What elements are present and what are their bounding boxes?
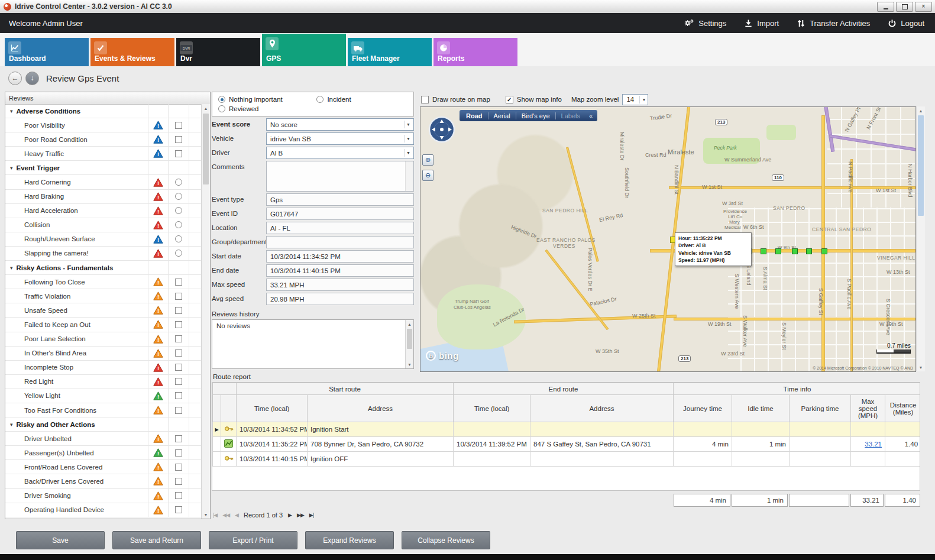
first-record-icon[interactable]: |◀ — [213, 512, 217, 518]
scroll-up-arrow-icon[interactable]: ▲ — [406, 320, 413, 328]
avg-speed-field[interactable]: 20.98 MPH — [266, 293, 414, 305]
export-print-button[interactable]: Export / Print — [209, 531, 297, 549]
status-option[interactable]: Incident — [316, 96, 407, 103]
review-checkbox[interactable] — [175, 407, 182, 414]
status-radio[interactable] — [218, 105, 225, 112]
route-point-marker[interactable] — [775, 248, 781, 254]
review-item[interactable]: Driver Unbelted! — [5, 432, 201, 446]
transfer-action[interactable]: Transfer Activities — [797, 19, 870, 28]
scroll-down-button[interactable]: ↓ — [25, 72, 39, 85]
expand-reviews-button[interactable]: Expand Reviews — [305, 531, 394, 549]
map-view-labels[interactable]: Labels — [556, 112, 585, 119]
map-area-scrollbar[interactable]: ▲ ▼ — [916, 106, 925, 371]
tab-fleet-manager[interactable]: Fleet Manager — [348, 38, 432, 66]
row-expander[interactable]: ▶ — [213, 422, 221, 437]
review-checkbox[interactable] — [175, 122, 182, 129]
review-checkbox[interactable] — [175, 449, 182, 457]
column-header[interactable]: Distance (Miles) — [885, 395, 920, 422]
review-item[interactable]: Front/Road Lens Covered! — [5, 460, 201, 474]
row-expander[interactable] — [213, 452, 221, 467]
map-compass[interactable] — [428, 116, 455, 144]
review-checkbox[interactable] — [175, 435, 182, 442]
event-type-field[interactable]: Gps — [266, 193, 414, 206]
gears-action[interactable]: Settings — [684, 18, 726, 28]
scroll-down-arrow-icon[interactable]: ▼ — [202, 510, 210, 519]
review-item[interactable]: Red Light! — [5, 375, 201, 389]
prev-record-icon[interactable]: ◀ — [235, 512, 238, 518]
event-score-select[interactable]: No score▼ — [266, 118, 414, 131]
collapse-bar-icon[interactable]: « — [585, 112, 596, 119]
table-row[interactable]: ▶10/3/2014 11:34:52 PMIgnition Start — [213, 422, 921, 437]
review-checkbox[interactable] — [175, 464, 182, 471]
back-button[interactable]: ← — [8, 72, 22, 85]
route-point-marker[interactable] — [761, 248, 766, 254]
review-item[interactable]: Failed to Keep an Out! — [5, 318, 201, 332]
review-item[interactable]: Slapping the camera!! — [5, 247, 201, 261]
scroll-up-arrow-icon[interactable]: ▲ — [202, 104, 210, 112]
review-item[interactable]: Incomplete Stop! — [5, 361, 201, 375]
show-map-info-checkbox[interactable] — [506, 96, 513, 103]
route-point-marker[interactable] — [806, 248, 812, 254]
review-group[interactable]: ▾Risky and Other Actions — [5, 417, 201, 432]
textarea-scrollbar[interactable] — [405, 161, 413, 191]
scroll-up-arrow-icon[interactable]: ▲ — [917, 106, 925, 115]
map-zoom-select[interactable]: 14 ▼ — [622, 94, 648, 105]
location-field[interactable]: Al - FL — [266, 222, 414, 234]
review-item[interactable]: Collision! — [5, 218, 201, 232]
tab-dvr[interactable]: DVRDvr — [176, 38, 260, 66]
review-checkbox[interactable] — [175, 279, 182, 286]
review-item[interactable]: Unsafe Speed! — [5, 303, 201, 318]
review-item[interactable]: Hard Acceleration! — [5, 204, 201, 218]
zoom-in-button[interactable]: ⊕ — [422, 154, 433, 166]
map-view-aerial[interactable]: Aerial — [488, 112, 516, 119]
scrollbar-thumb[interactable] — [918, 115, 924, 216]
table-row[interactable]: 10/3/2014 11:40:15 PMIgnition OFF — [213, 452, 921, 467]
maximize-button[interactable] — [896, 2, 913, 12]
column-header[interactable]: Idle time — [732, 395, 790, 422]
map-view-road[interactable]: Road — [461, 112, 488, 119]
review-radio[interactable] — [175, 179, 182, 186]
power-action[interactable]: Logout — [888, 19, 924, 28]
review-checkbox[interactable] — [175, 392, 182, 399]
review-checkbox[interactable] — [175, 364, 182, 371]
close-button[interactable]: × — [915, 2, 932, 12]
review-item[interactable]: In Other's Blind Area! — [5, 347, 201, 361]
max-speed-link[interactable]: 33.21 — [865, 441, 882, 448]
review-item[interactable]: Poor Lane Selection! — [5, 332, 201, 347]
scrollbar-thumb[interactable] — [203, 114, 209, 184]
review-radio[interactable] — [175, 250, 182, 257]
review-item[interactable]: Following Too Close! — [5, 275, 201, 289]
collapse-reviews-button[interactable]: Collapse Reviews — [402, 531, 490, 549]
status-radio[interactable] — [316, 96, 323, 103]
review-checkbox[interactable] — [175, 136, 182, 143]
review-radio[interactable] — [175, 235, 182, 242]
map[interactable]: Trudie Dr213N Gaffey PlN Front StPeck Pa… — [420, 106, 916, 372]
reviews-history-scrollbar[interactable]: ▲ ▼ — [405, 320, 413, 368]
review-group[interactable]: ▾Adverse Conditions — [5, 104, 201, 118]
next-record-icon[interactable]: ▶ — [288, 512, 292, 518]
column-header[interactable]: Time (local) — [237, 395, 308, 422]
review-checkbox[interactable] — [175, 478, 182, 485]
last-record-icon[interactable]: ▶| — [309, 512, 313, 518]
zoom-out-button[interactable]: ⊖ — [422, 170, 433, 181]
review-item[interactable]: Poor Road Condition! — [5, 132, 201, 147]
column-header[interactable]: Time (local) — [454, 395, 530, 422]
column-header[interactable]: Journey time — [674, 395, 732, 422]
review-checkbox[interactable] — [175, 293, 182, 300]
column-header[interactable]: Parking time — [790, 395, 851, 422]
fast-next-icon[interactable]: ▶▶ — [297, 512, 304, 518]
minimize-button[interactable] — [877, 2, 894, 12]
column-header[interactable]: Address — [308, 395, 454, 422]
table-row[interactable]: 10/3/2014 11:35:22 PM708 Bynner Dr, San … — [213, 437, 921, 452]
column-header[interactable]: Max speed (MPH) — [851, 395, 885, 422]
fast-prev-icon[interactable]: ◀◀ — [222, 512, 229, 518]
review-checkbox[interactable] — [175, 378, 182, 385]
status-radio[interactable] — [218, 96, 225, 103]
review-item[interactable]: Too Fast For Conditions! — [5, 403, 201, 417]
scroll-down-arrow-icon[interactable]: ▼ — [406, 360, 413, 368]
review-item[interactable]: Back/Driver Lens Covered! — [5, 474, 201, 488]
status-option[interactable]: Nothing important — [218, 96, 316, 103]
start-date-field[interactable]: 10/3/2014 11:34:52 PM — [266, 250, 414, 263]
review-item[interactable]: Hard Braking! — [5, 190, 201, 204]
tab-gps[interactable]: GPS — [262, 34, 346, 66]
